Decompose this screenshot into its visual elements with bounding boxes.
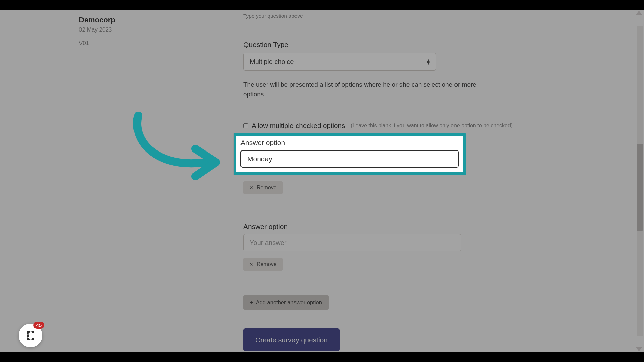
question-hint: Type your question above	[243, 13, 597, 19]
allow-multiple-row: Allow multiple checked options (Leave th…	[243, 122, 597, 130]
widget-badge-count: 45	[33, 322, 44, 329]
answer-option-1-input[interactable]	[240, 150, 459, 168]
svg-marker-3	[31, 331, 34, 333]
question-type-value: Multiple choice	[250, 58, 294, 66]
svg-marker-2	[27, 337, 31, 340]
scrollbar-thumb[interactable]	[637, 144, 643, 231]
help-widget-button[interactable]: 45	[19, 324, 42, 347]
create-survey-question-button[interactable]: Create survey question	[243, 328, 340, 351]
remove-option-1-button[interactable]: ✕ Remove	[243, 181, 283, 194]
letterbox-top	[0, 0, 644, 10]
org-version: V01	[79, 40, 191, 47]
answer-option-2-label: Answer option	[243, 223, 535, 231]
annotation-highlight-box: Answer option	[234, 133, 466, 175]
remove-option-2-button[interactable]: ✕ Remove	[243, 258, 283, 271]
svg-marker-1	[27, 334, 29, 337]
svg-marker-4	[31, 338, 34, 340]
allow-multiple-checkbox[interactable]	[243, 123, 248, 128]
widget-logo-icon	[24, 329, 37, 342]
answer-option-1-label: Answer option	[240, 139, 459, 147]
app-viewport: Democorp 02 May 2023 V01 Type your quest…	[0, 10, 644, 352]
answer-option-2: Answer option	[243, 208, 535, 251]
org-name: Democorp	[79, 16, 191, 24]
add-option-label: Add another answer option	[256, 299, 322, 306]
main-content: Type your question above Question Type M…	[200, 10, 644, 352]
scroll-up-icon[interactable]	[636, 11, 642, 15]
add-answer-option-button[interactable]: + Add another answer option	[243, 295, 329, 310]
answer-option-2-input[interactable]	[243, 234, 461, 251]
allow-multiple-hint: (Leave this blank if you want to allow o…	[351, 123, 513, 129]
divider	[243, 112, 535, 112]
question-type-label: Question Type	[243, 41, 597, 49]
allow-multiple-label: Allow multiple checked options	[252, 122, 345, 130]
close-icon: ✕	[249, 185, 253, 190]
annotation-arrow	[128, 112, 222, 182]
question-type-select[interactable]: Multiple choice ▲▼	[243, 53, 436, 71]
scroll-down-icon[interactable]	[636, 347, 642, 351]
letterbox-bottom	[0, 352, 644, 362]
org-date: 02 May 2023	[79, 26, 191, 33]
plus-icon: +	[250, 299, 253, 306]
svg-marker-0	[27, 331, 31, 334]
divider	[243, 285, 535, 285]
create-button-label: Create survey question	[255, 336, 328, 344]
remove-label: Remove	[257, 261, 277, 267]
remove-label: Remove	[257, 185, 277, 191]
close-icon: ✕	[249, 262, 253, 267]
question-type-description: The user will be presented a list of opt…	[243, 80, 485, 99]
